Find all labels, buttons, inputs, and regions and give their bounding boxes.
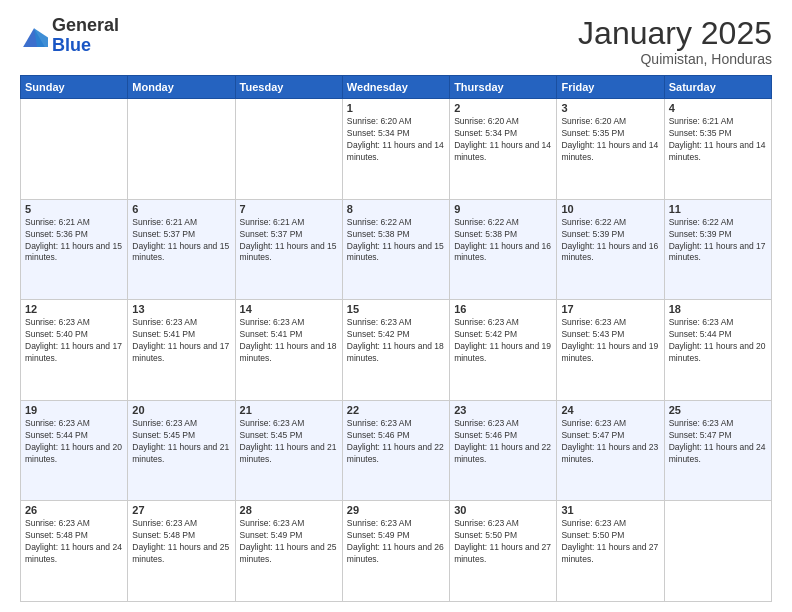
day-info: Sunrise: 6:21 AM Sunset: 5:35 PM Dayligh… [669, 116, 767, 164]
day-cell: 28Sunrise: 6:23 AM Sunset: 5:49 PM Dayli… [235, 501, 342, 602]
day-number: 23 [454, 404, 552, 416]
day-number: 18 [669, 303, 767, 315]
day-cell [21, 99, 128, 200]
day-info: Sunrise: 6:23 AM Sunset: 5:46 PM Dayligh… [454, 418, 552, 466]
day-number: 22 [347, 404, 445, 416]
day-info: Sunrise: 6:23 AM Sunset: 5:42 PM Dayligh… [454, 317, 552, 365]
day-info: Sunrise: 6:23 AM Sunset: 5:49 PM Dayligh… [347, 518, 445, 566]
logo-icon [20, 22, 48, 50]
day-cell: 12Sunrise: 6:23 AM Sunset: 5:40 PM Dayli… [21, 300, 128, 401]
day-cell: 31Sunrise: 6:23 AM Sunset: 5:50 PM Dayli… [557, 501, 664, 602]
day-info: Sunrise: 6:23 AM Sunset: 5:49 PM Dayligh… [240, 518, 338, 566]
logo: General Blue [20, 16, 119, 56]
day-number: 12 [25, 303, 123, 315]
day-number: 9 [454, 203, 552, 215]
day-number: 11 [669, 203, 767, 215]
day-info: Sunrise: 6:22 AM Sunset: 5:39 PM Dayligh… [669, 217, 767, 265]
header: General Blue January 2025 Quimistan, Hon… [20, 16, 772, 67]
location-subtitle: Quimistan, Honduras [578, 51, 772, 67]
day-cell: 26Sunrise: 6:23 AM Sunset: 5:48 PM Dayli… [21, 501, 128, 602]
day-info: Sunrise: 6:23 AM Sunset: 5:42 PM Dayligh… [347, 317, 445, 365]
day-number: 31 [561, 504, 659, 516]
day-cell: 8Sunrise: 6:22 AM Sunset: 5:38 PM Daylig… [342, 199, 449, 300]
day-number: 17 [561, 303, 659, 315]
day-cell: 14Sunrise: 6:23 AM Sunset: 5:41 PM Dayli… [235, 300, 342, 401]
day-cell: 5Sunrise: 6:21 AM Sunset: 5:36 PM Daylig… [21, 199, 128, 300]
day-number: 5 [25, 203, 123, 215]
day-info: Sunrise: 6:23 AM Sunset: 5:44 PM Dayligh… [25, 418, 123, 466]
day-number: 13 [132, 303, 230, 315]
day-cell: 6Sunrise: 6:21 AM Sunset: 5:37 PM Daylig… [128, 199, 235, 300]
day-number: 16 [454, 303, 552, 315]
day-info: Sunrise: 6:23 AM Sunset: 5:48 PM Dayligh… [25, 518, 123, 566]
day-cell: 21Sunrise: 6:23 AM Sunset: 5:45 PM Dayli… [235, 400, 342, 501]
day-info: Sunrise: 6:23 AM Sunset: 5:47 PM Dayligh… [669, 418, 767, 466]
day-cell: 30Sunrise: 6:23 AM Sunset: 5:50 PM Dayli… [450, 501, 557, 602]
day-info: Sunrise: 6:21 AM Sunset: 5:36 PM Dayligh… [25, 217, 123, 265]
day-number: 26 [25, 504, 123, 516]
day-number: 10 [561, 203, 659, 215]
day-info: Sunrise: 6:20 AM Sunset: 5:34 PM Dayligh… [454, 116, 552, 164]
day-number: 14 [240, 303, 338, 315]
day-info: Sunrise: 6:23 AM Sunset: 5:50 PM Dayligh… [454, 518, 552, 566]
day-info: Sunrise: 6:21 AM Sunset: 5:37 PM Dayligh… [240, 217, 338, 265]
day-cell: 25Sunrise: 6:23 AM Sunset: 5:47 PM Dayli… [664, 400, 771, 501]
day-cell: 22Sunrise: 6:23 AM Sunset: 5:46 PM Dayli… [342, 400, 449, 501]
day-info: Sunrise: 6:23 AM Sunset: 5:41 PM Dayligh… [240, 317, 338, 365]
day-info: Sunrise: 6:23 AM Sunset: 5:46 PM Dayligh… [347, 418, 445, 466]
logo-text: General Blue [52, 16, 119, 56]
day-cell: 3Sunrise: 6:20 AM Sunset: 5:35 PM Daylig… [557, 99, 664, 200]
calendar-table: SundayMondayTuesdayWednesdayThursdayFrid… [20, 75, 772, 602]
day-info: Sunrise: 6:22 AM Sunset: 5:38 PM Dayligh… [454, 217, 552, 265]
week-row-3: 12Sunrise: 6:23 AM Sunset: 5:40 PM Dayli… [21, 300, 772, 401]
day-number: 29 [347, 504, 445, 516]
col-header-sunday: Sunday [21, 76, 128, 99]
page: General Blue January 2025 Quimistan, Hon… [0, 0, 792, 612]
day-number: 30 [454, 504, 552, 516]
day-cell: 18Sunrise: 6:23 AM Sunset: 5:44 PM Dayli… [664, 300, 771, 401]
col-header-thursday: Thursday [450, 76, 557, 99]
day-cell: 19Sunrise: 6:23 AM Sunset: 5:44 PM Dayli… [21, 400, 128, 501]
header-row: SundayMondayTuesdayWednesdayThursdayFrid… [21, 76, 772, 99]
day-cell: 13Sunrise: 6:23 AM Sunset: 5:41 PM Dayli… [128, 300, 235, 401]
day-number: 28 [240, 504, 338, 516]
week-row-2: 5Sunrise: 6:21 AM Sunset: 5:36 PM Daylig… [21, 199, 772, 300]
day-info: Sunrise: 6:23 AM Sunset: 5:48 PM Dayligh… [132, 518, 230, 566]
month-title: January 2025 [578, 16, 772, 51]
day-info: Sunrise: 6:21 AM Sunset: 5:37 PM Dayligh… [132, 217, 230, 265]
week-row-4: 19Sunrise: 6:23 AM Sunset: 5:44 PM Dayli… [21, 400, 772, 501]
day-cell: 9Sunrise: 6:22 AM Sunset: 5:38 PM Daylig… [450, 199, 557, 300]
day-number: 15 [347, 303, 445, 315]
day-number: 2 [454, 102, 552, 114]
col-header-friday: Friday [557, 76, 664, 99]
day-cell: 17Sunrise: 6:23 AM Sunset: 5:43 PM Dayli… [557, 300, 664, 401]
day-number: 20 [132, 404, 230, 416]
day-info: Sunrise: 6:20 AM Sunset: 5:35 PM Dayligh… [561, 116, 659, 164]
logo-blue: Blue [52, 35, 91, 55]
day-cell: 20Sunrise: 6:23 AM Sunset: 5:45 PM Dayli… [128, 400, 235, 501]
day-info: Sunrise: 6:23 AM Sunset: 5:40 PM Dayligh… [25, 317, 123, 365]
day-cell: 2Sunrise: 6:20 AM Sunset: 5:34 PM Daylig… [450, 99, 557, 200]
day-number: 19 [25, 404, 123, 416]
day-info: Sunrise: 6:23 AM Sunset: 5:45 PM Dayligh… [132, 418, 230, 466]
day-number: 27 [132, 504, 230, 516]
day-number: 7 [240, 203, 338, 215]
day-info: Sunrise: 6:23 AM Sunset: 5:44 PM Dayligh… [669, 317, 767, 365]
day-number: 3 [561, 102, 659, 114]
day-number: 8 [347, 203, 445, 215]
day-cell [128, 99, 235, 200]
day-info: Sunrise: 6:23 AM Sunset: 5:41 PM Dayligh… [132, 317, 230, 365]
day-cell: 11Sunrise: 6:22 AM Sunset: 5:39 PM Dayli… [664, 199, 771, 300]
day-number: 6 [132, 203, 230, 215]
day-info: Sunrise: 6:23 AM Sunset: 5:47 PM Dayligh… [561, 418, 659, 466]
logo-general: General [52, 15, 119, 35]
day-info: Sunrise: 6:22 AM Sunset: 5:38 PM Dayligh… [347, 217, 445, 265]
day-info: Sunrise: 6:20 AM Sunset: 5:34 PM Dayligh… [347, 116, 445, 164]
week-row-1: 1Sunrise: 6:20 AM Sunset: 5:34 PM Daylig… [21, 99, 772, 200]
col-header-tuesday: Tuesday [235, 76, 342, 99]
day-cell: 29Sunrise: 6:23 AM Sunset: 5:49 PM Dayli… [342, 501, 449, 602]
day-cell: 27Sunrise: 6:23 AM Sunset: 5:48 PM Dayli… [128, 501, 235, 602]
day-cell: 1Sunrise: 6:20 AM Sunset: 5:34 PM Daylig… [342, 99, 449, 200]
day-cell: 24Sunrise: 6:23 AM Sunset: 5:47 PM Dayli… [557, 400, 664, 501]
day-number: 24 [561, 404, 659, 416]
